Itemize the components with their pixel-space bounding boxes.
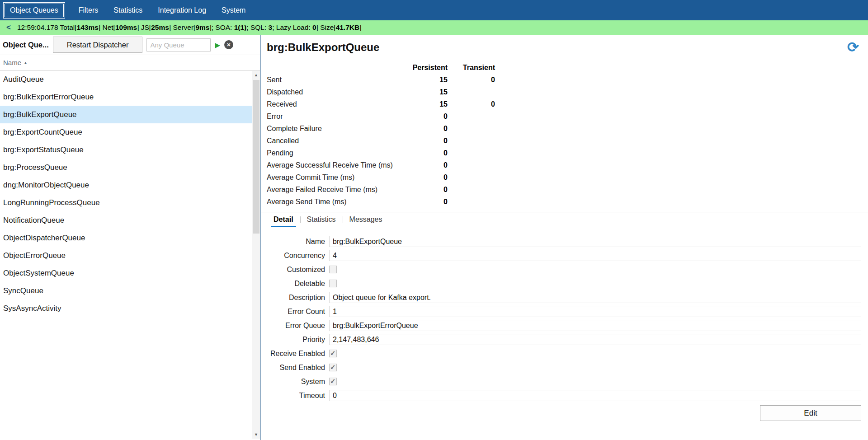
status-segment: 41.7KB xyxy=(336,23,360,31)
stat-value-persistent: 0 xyxy=(402,110,448,122)
stat-value-transient xyxy=(448,122,495,135)
stat-row-label: Pending xyxy=(267,147,402,159)
stat-value-persistent: 0 xyxy=(402,183,448,196)
stat-value-transient xyxy=(448,196,495,208)
field-label: Priority xyxy=(267,336,329,344)
field-checkbox[interactable] xyxy=(329,266,337,273)
detail-tab-bar: Detail Statistics Messages xyxy=(261,212,868,227)
form-row: Timeout 0 xyxy=(267,389,861,403)
detail-panel: brg:BulkExportQueue ⟳ Persistent Transie… xyxy=(261,35,868,440)
nav-tab[interactable]: Filters xyxy=(74,4,104,17)
field-checkbox[interactable] xyxy=(329,378,337,385)
stat-value-persistent: 0 xyxy=(402,159,448,171)
queue-search-input[interactable] xyxy=(146,38,211,51)
queue-sidebar: Object Que... Restart Dispatcher ▶ ✕ Nam… xyxy=(0,35,261,440)
stat-row-label: Sent xyxy=(267,74,402,86)
stat-value-transient xyxy=(448,110,495,122)
status-segment: ] Server[ xyxy=(169,23,196,31)
edit-button[interactable]: Edit xyxy=(760,405,861,421)
field-checkbox[interactable] xyxy=(329,280,337,287)
field-label: Description xyxy=(267,294,329,302)
main-area: Object Que... Restart Dispatcher ▶ ✕ Nam… xyxy=(0,35,868,440)
nav-tab[interactable]: System xyxy=(217,4,250,17)
stat-row-label: Average Failed Receive Time (ms) xyxy=(267,183,402,196)
sidebar-scrollbar[interactable]: ▲ ▼ xyxy=(252,71,260,439)
field-checkbox[interactable] xyxy=(329,350,337,357)
stat-value-transient: 0 xyxy=(448,74,495,86)
stat-value-transient: 0 xyxy=(448,98,495,110)
queue-list-item[interactable]: brg:ExportStatusQueue xyxy=(0,141,260,159)
field-value-input[interactable]: 1 xyxy=(329,306,861,317)
stat-value-persistent: 0 xyxy=(402,122,448,135)
stat-row-label: Error xyxy=(267,110,402,122)
form-row: Description Object queue for Kafka expor… xyxy=(267,290,861,304)
queue-list-item[interactable]: SysAsyncActivity xyxy=(0,300,260,317)
name-column-label: Name xyxy=(3,59,21,66)
queue-list-item[interactable]: ObjectDispatcherQueue xyxy=(0,229,260,247)
queue-list-item[interactable]: SyncQueue xyxy=(0,282,260,300)
top-nav-bar: Object Queues Filters Statistics Integra… xyxy=(0,0,868,20)
stat-row-label: Received xyxy=(267,98,402,110)
name-column-header[interactable]: Name ▲ xyxy=(0,55,260,70)
clear-search-icon[interactable]: ✕ xyxy=(224,40,233,49)
field-checkbox[interactable] xyxy=(329,364,337,371)
status-bar: < 12:59:04.178 Total[143ms] Net[109ms] J… xyxy=(0,20,868,35)
queue-list: AuditQueue brg:BulkExportErrorQueue brg:… xyxy=(0,70,260,440)
refresh-icon[interactable]: ⟳ xyxy=(847,41,859,54)
run-search-icon[interactable]: ▶ xyxy=(215,42,220,48)
queue-list-item[interactable]: dng:MonitorObjectQueue xyxy=(0,176,260,194)
stat-row-label: Average Send Time (ms) xyxy=(267,196,402,208)
field-value-input[interactable]: 4 xyxy=(329,250,861,261)
detail-tab[interactable]: Statistics xyxy=(300,212,343,227)
queue-list-item[interactable]: brg:BulkExportQueue xyxy=(0,106,260,123)
field-label: Deletable xyxy=(267,280,329,288)
form-row: Name brg:BulkExportQueue xyxy=(267,234,861,248)
queue-list-item[interactable]: brg:ExportCountQueue xyxy=(0,123,260,141)
queue-list-item[interactable]: AuditQueue xyxy=(0,70,260,88)
status-segment: 3 xyxy=(269,23,273,31)
field-value-input[interactable]: 2,147,483,646 xyxy=(329,334,861,345)
form-row: System xyxy=(267,374,861,389)
status-segment: ] JS[ xyxy=(137,23,151,31)
form-row: Deletable xyxy=(267,276,861,290)
field-value-input[interactable]: brg:BulkExportErrorQueue xyxy=(329,320,861,331)
queue-list-item[interactable]: brg:ProcessQueue xyxy=(0,159,260,176)
status-segment: ] Net[ xyxy=(99,23,115,31)
queue-list-item[interactable]: LongRunningProcessQueue xyxy=(0,194,260,211)
collapse-arrow-icon[interactable]: < xyxy=(0,23,17,32)
detail-tab[interactable]: Detail xyxy=(267,212,300,227)
field-value-input[interactable]: Object queue for Kafka export. xyxy=(329,292,861,303)
queue-list-item[interactable]: ObjectSystemQueue xyxy=(0,264,260,282)
stats-table: Persistent Transient Sent 15 0 Dispatche… xyxy=(267,61,861,208)
form-row: Receive Enabled xyxy=(267,346,861,360)
field-label: Error Count xyxy=(267,308,329,316)
performance-status-text: 12:59:04.178 Total[143ms] Net[109ms] JS[… xyxy=(17,23,362,32)
scroll-up-icon[interactable]: ▲ xyxy=(252,71,260,79)
nav-tab[interactable]: Object Queues xyxy=(5,4,64,17)
status-segment: ] Size[ xyxy=(316,23,336,31)
field-value-input[interactable]: 0 xyxy=(329,390,861,401)
detail-tab[interactable]: Messages xyxy=(343,212,389,227)
queue-list-item[interactable]: brg:BulkExportErrorQueue xyxy=(0,88,260,106)
scrollbar-thumb[interactable] xyxy=(253,80,259,234)
restart-dispatcher-button[interactable]: Restart Dispatcher xyxy=(53,37,143,53)
queue-title: brg:BulkExportQueue xyxy=(267,41,379,54)
queue-list-item[interactable]: NotificationQueue xyxy=(0,211,260,229)
stats-corner-cell xyxy=(267,61,402,74)
nav-tabs: Object Queues Filters Statistics Integra… xyxy=(3,4,256,17)
stats-column-persistent: Persistent xyxy=(402,61,448,74)
stat-value-transient xyxy=(448,183,495,196)
status-segment: ; Lazy Load: xyxy=(272,23,312,31)
stat-value-transient xyxy=(448,86,495,98)
stat-value-persistent: 0 xyxy=(402,171,448,183)
stat-value-transient xyxy=(448,147,495,159)
stat-value-persistent: 0 xyxy=(402,135,448,147)
status-segment: 1(1) xyxy=(234,23,247,31)
field-value-input[interactable]: brg:BulkExportQueue xyxy=(329,236,861,247)
nav-tab[interactable]: Integration Log xyxy=(153,4,211,17)
field-label: Name xyxy=(267,238,329,246)
stat-value-persistent: 15 xyxy=(402,86,448,98)
nav-tab[interactable]: Statistics xyxy=(108,4,147,17)
scroll-down-icon[interactable]: ▼ xyxy=(252,431,260,439)
queue-list-item[interactable]: ObjectErrorQueue xyxy=(0,247,260,264)
